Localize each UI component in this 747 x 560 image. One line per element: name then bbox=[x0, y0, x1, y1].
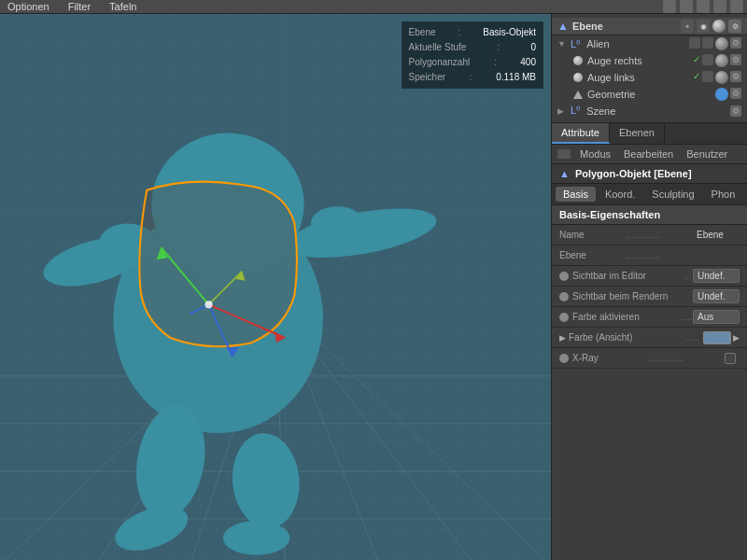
auge-rechts-controls: ✓ ⚙ bbox=[693, 54, 741, 67]
prop-farbe-aktivieren-value[interactable]: Aus bbox=[693, 310, 740, 324]
prop-sichtbar-editor-value[interactable]: Undef. bbox=[693, 269, 740, 283]
prop-row-sichtbar-rendern: Sichtbar beim Rendern Undef. bbox=[552, 287, 747, 307]
svg-point-34 bbox=[204, 301, 212, 308]
alien-ctrl-3[interactable]: ⚙ bbox=[730, 37, 741, 49]
geometrie-controls: ⚙ bbox=[715, 88, 741, 101]
xray-bullet bbox=[559, 354, 569, 363]
menubar-icon-group bbox=[663, 0, 743, 13]
prop-sichtbar-rendern-label: Sichtbar beim Rendern bbox=[572, 291, 689, 301]
prop-farbe-ansicht-color[interactable] bbox=[703, 331, 731, 344]
attr-tabs: Attribute Ebenen bbox=[552, 123, 747, 145]
alien-ctrl-2[interactable] bbox=[702, 37, 713, 49]
prop-sichtbar-editor-dots: ... bbox=[684, 271, 693, 281]
prop-row-ebene: Ebene ............. bbox=[552, 245, 747, 266]
tab-ebenen[interactable]: Ebenen bbox=[610, 123, 665, 144]
prop-tabs: Basis Koord. Sculpting Phon bbox=[552, 184, 747, 205]
menu-filter[interactable]: Filter bbox=[64, 1, 94, 12]
auge-links-check: ✓ bbox=[693, 71, 700, 84]
auge-links-icon bbox=[572, 72, 584, 83]
geometrie-icon bbox=[572, 89, 584, 100]
alien-controls: ⚙ bbox=[689, 37, 741, 50]
move-icon[interactable] bbox=[663, 0, 676, 13]
alien-icon: L⁰ bbox=[571, 38, 580, 50]
panel-icon-4[interactable]: ⚙ bbox=[728, 20, 741, 33]
auge-rechts-ctrl[interactable]: ⚙ bbox=[730, 54, 741, 65]
auge-rechts-check: ✓ bbox=[693, 54, 700, 67]
svg-point-24 bbox=[311, 206, 364, 241]
sichtbar-rendern-bullet bbox=[559, 292, 569, 301]
menubar: Optionen Filter Tafeln bbox=[0, 0, 747, 14]
farbe-ansicht-right-arrow[interactable]: ▶ bbox=[733, 333, 740, 343]
viewport-info: Ebene : Basis-Objekt Aktuelle Stufe : 0 … bbox=[402, 21, 543, 89]
farbe-aktivieren-bullet bbox=[559, 313, 569, 322]
prop-sichtbar-editor-label: Sichtbar im Editor bbox=[572, 271, 684, 281]
toolbar-modus[interactable]: Modus bbox=[576, 147, 614, 161]
camera-icon[interactable] bbox=[680, 0, 693, 13]
szene-controls: ⚙ bbox=[730, 105, 741, 117]
alien-sphere[interactable] bbox=[715, 37, 728, 50]
layer-item-auge-rechts[interactable]: Auge rechts ✓ ⚙ bbox=[552, 52, 747, 69]
layer-item-alien[interactable]: ▼ L⁰ Alien ⚙ bbox=[552, 35, 747, 52]
prop-farbe-ansicht-label: Farbe (Ansicht) bbox=[569, 332, 686, 343]
auge-links-label: Auge links bbox=[587, 72, 689, 83]
up-icon[interactable] bbox=[697, 0, 710, 13]
auge-links-dot[interactable] bbox=[702, 71, 713, 82]
menu-optionen[interactable]: Optionen bbox=[4, 1, 53, 12]
szene-ctrl[interactable]: ⚙ bbox=[730, 105, 741, 117]
alien-ctrl-1[interactable] bbox=[689, 37, 700, 49]
poly-value: 400 bbox=[520, 55, 536, 70]
farbe-ansicht-arrow: ▶ bbox=[559, 333, 566, 343]
layer-item-szene[interactable]: ▶ L⁰ Szene ⚙ bbox=[552, 103, 747, 119]
stufe-value: 0 bbox=[530, 40, 536, 55]
settings-icon[interactable] bbox=[730, 0, 743, 13]
prop-farbe-aktivieren-label: Farbe aktivieren bbox=[572, 312, 680, 322]
panel-icon-2[interactable]: ◉ bbox=[697, 20, 710, 33]
toolbar-bearbeiten[interactable]: Bearbeiten bbox=[620, 147, 677, 161]
auge-links-ctrl[interactable]: ⚙ bbox=[730, 71, 741, 82]
auge-rechts-dot[interactable] bbox=[702, 54, 713, 65]
geometrie-label: Geometrie bbox=[587, 89, 712, 100]
scene-panel-icon: ▲ bbox=[557, 20, 569, 33]
prop-row-name: Name ............. Ebene bbox=[552, 225, 747, 245]
prop-tab-koord[interactable]: Koord. bbox=[598, 187, 642, 202]
prop-ebene-dots: ............. bbox=[627, 250, 694, 260]
scene-panel: ▲ Ebene + ◉ ⚙ ▼ L⁰ Alien bbox=[552, 14, 747, 123]
szene-icon: L⁰ bbox=[571, 105, 580, 117]
down-icon[interactable] bbox=[713, 0, 726, 13]
layer-item-geometrie[interactable]: Geometrie ⚙ bbox=[552, 86, 747, 103]
prop-tab-basis[interactable]: Basis bbox=[556, 187, 596, 202]
speicher-value: 0.118 MB bbox=[496, 70, 536, 85]
scene-panel-header: ▲ Ebene + ◉ ⚙ bbox=[552, 18, 747, 35]
prop-name-dots: ............. bbox=[627, 230, 694, 240]
obj-header: ▲ Polygon-Objekt [Ebene] bbox=[552, 164, 747, 184]
svg-point-21 bbox=[223, 521, 289, 555]
panel-icon-3[interactable] bbox=[712, 20, 726, 33]
geometrie-ctrl[interactable]: ⚙ bbox=[730, 88, 741, 99]
props-section: Basis-Eigenschaften Name ............. E… bbox=[552, 205, 747, 560]
obj-icon: ▲ bbox=[559, 168, 570, 179]
toolbar-icon bbox=[557, 149, 571, 159]
menu-tafeln[interactable]: Tafeln bbox=[106, 1, 140, 12]
obj-title: Polygon-Objekt [Ebene] bbox=[575, 168, 692, 179]
attr-panel: Attribute Ebenen Modus Bearbeiten Benutz… bbox=[552, 123, 747, 560]
right-panel: ▲ Ebene + ◉ ⚙ ▼ L⁰ Alien bbox=[551, 14, 747, 560]
prop-farbe-ansicht-dots: ..... bbox=[686, 332, 699, 343]
geometrie-dot[interactable] bbox=[715, 88, 728, 101]
attr-toolbar: Modus Bearbeiten Benutzer bbox=[552, 145, 747, 164]
prop-name-label: Name bbox=[559, 230, 627, 240]
panel-icon-1[interactable]: + bbox=[681, 20, 694, 33]
prop-xray-checkbox[interactable] bbox=[725, 353, 736, 364]
layer-item-auge-links[interactable]: Auge links ✓ ⚙ bbox=[552, 69, 747, 86]
auge-rechts-sphere[interactable] bbox=[715, 54, 728, 67]
viewport[interactable]: Ebene : Basis-Objekt Aktuelle Stufe : 0 … bbox=[0, 14, 551, 560]
prop-tab-phon[interactable]: Phon bbox=[704, 187, 743, 202]
toolbar-benutzer[interactable]: Benutzer bbox=[683, 147, 731, 161]
prop-row-sichtbar-editor: Sichtbar im Editor ... Undef. bbox=[552, 266, 747, 287]
tab-attribute[interactable]: Attribute bbox=[552, 123, 610, 144]
scene-panel-title: Ebene bbox=[572, 21, 603, 32]
speicher-label: Speicher bbox=[409, 70, 445, 85]
prop-sichtbar-rendern-value[interactable]: Undef. bbox=[693, 289, 740, 303]
auge-links-sphere[interactable] bbox=[715, 71, 728, 84]
prop-tab-sculpting[interactable]: Sculpting bbox=[644, 187, 701, 202]
auge-rechts-icon bbox=[572, 55, 584, 66]
